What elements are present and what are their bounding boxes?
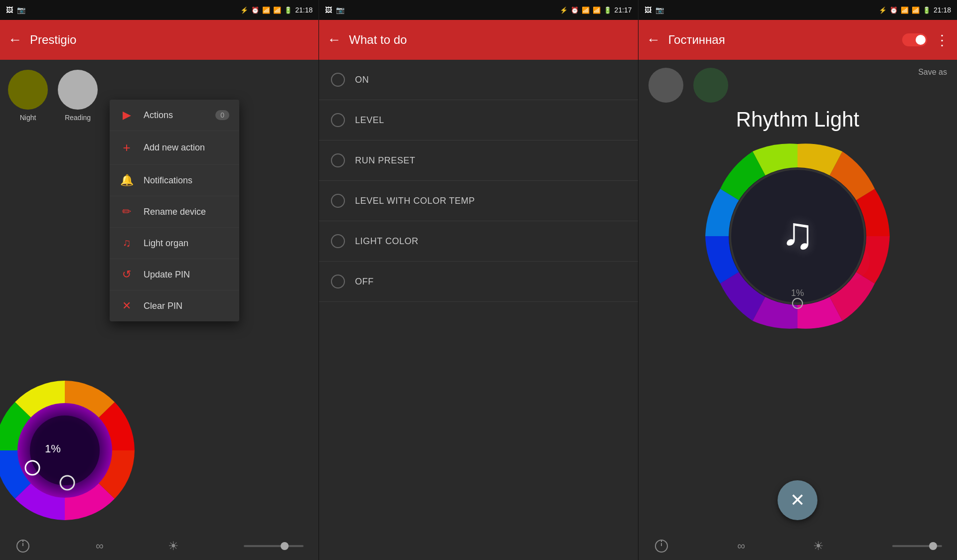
camera-icon-2: 📷 (336, 6, 344, 14)
time-2: 21:17 (615, 6, 632, 14)
battery-icon-2: 🔋 (604, 6, 612, 14)
back-button-3[interactable]: ← (646, 32, 660, 48)
wifi-icon-1: 📶 (262, 6, 270, 14)
radio-light-color (331, 234, 345, 248)
screen3-brightness-icon[interactable]: ☀ (813, 539, 824, 553)
screen3-body: Save as Rhythm Light (638, 60, 957, 560)
option-level-color-temp[interactable]: LEVEL WITH COLOR TEMP (319, 181, 638, 221)
brightness-slider[interactable] (244, 545, 304, 547)
toggle-switch[interactable] (902, 33, 927, 46)
menu-item-notifications[interactable]: 🔔 Notifications (110, 165, 239, 196)
menu-item-rename[interactable]: ✏ Rename device (110, 196, 239, 228)
status-bar-3: 🖼 📷 ⚡ ⏰ 📶 📶 🔋 21:18 (638, 0, 957, 20)
screen3-preset-2[interactable] (693, 68, 728, 103)
svg-point-2 (30, 416, 100, 485)
brightness-icon[interactable]: ☀ (168, 539, 179, 553)
screen1-title: Prestigio (30, 33, 311, 47)
rhythm-title: Rhythm Light (736, 108, 859, 132)
bell-icon: 🔔 (120, 174, 134, 187)
color-wheel-area[interactable]: 1% (0, 371, 145, 530)
rainbow-ring-container[interactable]: 1% ♫ (703, 141, 892, 331)
preset-night-label: Night (20, 114, 36, 122)
menu-item-add-action[interactable]: + Add new action (110, 131, 239, 165)
option-level[interactable]: LEVEL (319, 100, 638, 140)
signal-icon-1: 📶 (273, 6, 281, 14)
back-button-1[interactable]: ← (8, 32, 22, 48)
status-right-2: ⚡ ⏰ 📶 📶 🔋 21:17 (560, 6, 632, 14)
option-off[interactable]: OFF (319, 262, 638, 302)
alarm-icon-1: ⏰ (251, 6, 259, 14)
timer-icon[interactable] (15, 537, 31, 555)
menu-actions-badge: 0 (215, 110, 229, 120)
x-icon: ✕ (120, 299, 134, 312)
status-bar: 🖼 📷 ⚡ ⏰ 📶 📶 🔋 21:18 🖼 📷 ⚡ ⏰ 📶 📶 🔋 21:17 … (0, 0, 957, 20)
screen3-timer-icon[interactable] (653, 537, 669, 555)
menu-update-pin-label: Update PIN (144, 270, 229, 280)
option-run-preset-label: RUN PRESET (355, 155, 415, 166)
screen-1: ← Prestigio Night Reading (0, 20, 319, 560)
bottom-bar-1: ∞ ☀ (0, 537, 319, 555)
color-wheel-percentage: 1% (45, 442, 61, 455)
option-off-label: OFF (355, 277, 374, 287)
menu-rename-label: Rename device (144, 207, 229, 217)
radio-off (331, 275, 345, 288)
option-on[interactable]: ON (319, 60, 638, 100)
gallery-icon-1: 🖼 (6, 6, 13, 14)
screen-3: ← Гостинная ⋮ Save as Rhythm Li (638, 20, 957, 560)
dropdown-menu: ▶ Actions 0 + Add new action 🔔 Notificat… (110, 100, 239, 321)
screen1-body: Night Reading (0, 60, 319, 560)
option-level-color-temp-label: LEVEL WITH COLOR TEMP (355, 196, 475, 206)
radio-level-color-temp (331, 194, 345, 208)
menu-notifications-label: Notifications (144, 175, 229, 186)
preset-night-circle (8, 70, 48, 110)
fab-close-button[interactable]: ✕ (778, 480, 817, 520)
gallery-icon-3: 🖼 (644, 6, 651, 14)
back-button-2[interactable]: ← (327, 32, 341, 48)
app-bar-2: ← What to do (319, 20, 638, 60)
preset-reading-circle (58, 70, 98, 110)
bluetooth-icon-2: ⚡ (560, 6, 568, 14)
save-as-text[interactable]: Save as (918, 68, 947, 77)
menu-item-actions[interactable]: ▶ Actions 0 (110, 100, 239, 131)
screen3-presets-row (648, 68, 728, 103)
time-1: 21:18 (295, 6, 313, 14)
toggle-knob (916, 35, 926, 45)
more-options-button[interactable]: ⋮ (935, 32, 949, 48)
option-on-label: ON (355, 75, 369, 85)
menu-item-light-organ[interactable]: ♫ Light organ (110, 228, 239, 259)
bluetooth-icon-1: ⚡ (240, 6, 248, 14)
alarm-icon-3: ⏰ (890, 6, 898, 14)
battery-icon-1: 🔋 (284, 6, 292, 14)
screen3-bottom-bar: ∞ ☀ (638, 537, 957, 555)
app-bar-3: ← Гостинная ⋮ (638, 20, 957, 60)
option-level-label: LEVEL (355, 115, 384, 126)
wifi-icon-2: 📶 (582, 6, 590, 14)
pencil-icon: ✏ (120, 205, 134, 218)
refresh-icon: ↺ (120, 268, 134, 281)
preset-night[interactable]: Night (8, 70, 48, 122)
radio-level (331, 113, 345, 127)
option-light-color-label: LIGHT COLOR (355, 236, 418, 247)
brightness-thumb (281, 542, 289, 550)
menu-actions-label: Actions (144, 110, 205, 121)
screen3-brightness-slider[interactable] (892, 545, 942, 547)
screen3-brightness-thumb (929, 542, 937, 550)
option-run-preset[interactable]: RUN PRESET (319, 140, 638, 181)
music-icon: ♫ (120, 237, 134, 250)
menu-item-update-pin[interactable]: ↺ Update PIN (110, 259, 239, 290)
menu-item-clear-pin[interactable]: ✕ Clear PIN (110, 290, 239, 321)
status-bar-1: 🖼 📷 ⚡ ⏰ 📶 📶 🔋 21:18 (0, 0, 319, 20)
power-toggle[interactable] (902, 33, 927, 46)
fab-x-icon: ✕ (790, 490, 805, 511)
battery-icon-3: 🔋 (923, 6, 931, 14)
menu-light-organ-label: Light organ (144, 238, 229, 249)
status-left-icons-3: 🖼 📷 (644, 6, 664, 14)
screen3-preset-1[interactable] (648, 68, 683, 103)
infinity-icon: ∞ (96, 540, 104, 553)
signal-icon-2: 📶 (593, 6, 601, 14)
screen3-title: Гостинная (668, 33, 725, 47)
option-light-color[interactable]: LIGHT COLOR (319, 221, 638, 262)
preset-reading[interactable]: Reading (58, 70, 98, 122)
screen2-title: What to do (349, 33, 630, 47)
app-bar-3-actions: ⋮ (902, 32, 949, 48)
